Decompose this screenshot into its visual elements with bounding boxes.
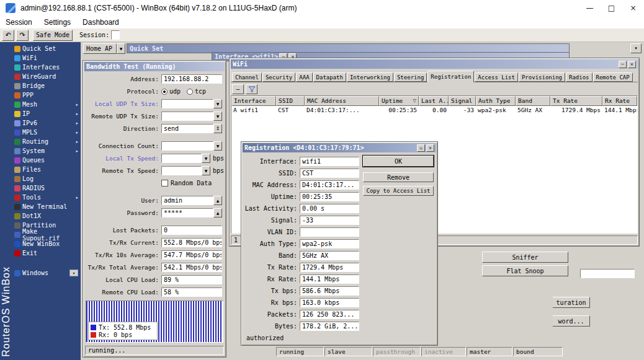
sidebar-item-new-terminal[interactable]: New Terminal — [12, 202, 81, 211]
sidebar-item-exit[interactable]: Exit — [12, 248, 81, 258]
direction-select[interactable]: send — [161, 124, 213, 133]
filter-button[interactable] — [246, 84, 257, 94]
sidebar-item-wireguard[interactable]: WireGuard — [12, 72, 81, 81]
sidebar-item-ipv6[interactable]: IPv6 ▸ — [12, 118, 81, 128]
menu-dashboard[interactable]: Dashboard — [77, 18, 125, 27]
sidebar-item-routing[interactable]: Routing ▸ — [12, 137, 81, 146]
remote-udp-tx-size-input[interactable] — [161, 112, 213, 121]
tab-security[interactable]: Security — [262, 72, 295, 82]
col-signal[interactable]: Signal — [449, 96, 476, 106]
ok-button[interactable]: OK — [363, 156, 434, 167]
undo-icon[interactable]: ↶ — [2, 30, 14, 41]
home-ap-dropdown-icon[interactable]: ▼ — [117, 43, 125, 54]
wifi-window-titlebar[interactable]: WiFi − × — [231, 59, 638, 69]
interface-value[interactable]: wifi1 — [300, 157, 359, 166]
col-interface[interactable]: Interface — [231, 96, 276, 106]
tab-provisioning[interactable]: Provisioning — [519, 72, 565, 82]
bandwidth-test-titlebar[interactable]: Bandwidth Test (Running) — [84, 62, 225, 71]
sidebar-item-ppp[interactable]: PPP — [12, 90, 81, 100]
col-tx-rate[interactable]: Tx Rate — [550, 96, 602, 106]
close-button[interactable]: × — [622, 0, 644, 16]
local-tx-speed-input[interactable] — [161, 154, 202, 163]
password-input[interactable]: ***** — [161, 208, 213, 217]
user-up-icon[interactable]: ▲ — [213, 196, 222, 205]
minimize-button[interactable]: — — [579, 0, 601, 16]
remote-tx-speed-dropdown-icon[interactable]: ▼ — [202, 166, 210, 175]
tab-aaa[interactable]: AAA — [296, 72, 312, 82]
sidebar-item-system[interactable]: System ▸ — [12, 146, 81, 156]
clipped-button-fragment-top[interactable]: turation — [553, 297, 590, 308]
sidebar-item-ip[interactable]: IP ▸ — [12, 109, 81, 118]
wifi-close-icon[interactable]: × — [628, 61, 636, 68]
tx-bps-value[interactable]: 586.6 Mbps — [300, 286, 359, 296]
sidebar-item-dot1x[interactable]: Dot1X — [12, 211, 81, 221]
registration-close-icon[interactable]: × — [426, 144, 434, 152]
local-tx-speed-dropdown-icon[interactable]: ▼ — [202, 154, 210, 163]
registration-titlebar[interactable]: Registration <D4:01:C3:17:79:71> ▫ × — [243, 143, 436, 152]
maximize-button[interactable]: □ — [601, 0, 622, 16]
sidebar-item-quick-set[interactable]: Quick Set — [12, 44, 81, 53]
remote-tx-speed-input[interactable] — [161, 166, 202, 175]
session-input[interactable] — [111, 30, 120, 40]
tab-channel[interactable]: Channel — [232, 72, 262, 82]
local-udp-tx-size-dropdown-icon[interactable]: ▼ — [213, 99, 222, 108]
udp-radio[interactable] — [161, 89, 168, 95]
sidebar-item-radius[interactable]: RADIUS — [12, 183, 81, 193]
last-activity-value[interactable]: 0.00 s — [300, 204, 359, 213]
col-auth-type[interactable]: Auth Type — [476, 96, 516, 106]
sidebar-item-windows[interactable]: Windows ▾ — [12, 268, 81, 278]
home-ap-combo[interactable]: Home AP — [83, 43, 117, 54]
password-up-icon[interactable]: ▲ — [213, 208, 222, 217]
direction-updown-icon[interactable]: ↕ — [213, 124, 222, 133]
uptime-value[interactable]: 00:25:35 — [300, 192, 359, 201]
sidebar-item-tools[interactable]: Tools ▸ — [12, 193, 81, 202]
redo-icon[interactable]: ↷ — [16, 30, 29, 41]
mac-address-value[interactable]: D4:01:C3:17... — [300, 180, 359, 190]
table-row[interactable]: A wifi1 CST D4:01:C3:17:... 00:25:35 0.0… — [231, 106, 637, 115]
rx-rate-value[interactable]: 144.1 Mbps — [300, 274, 359, 284]
col-uptime[interactable]: Uptime▽ — [379, 96, 419, 106]
user-input[interactable]: admin — [161, 196, 213, 205]
tab-radios[interactable]: Radios — [566, 72, 593, 82]
windows-dropdown-icon[interactable]: ▾ — [69, 270, 78, 276]
random-data-checkbox[interactable] — [161, 180, 168, 187]
registration-restore-icon[interactable]: ▫ — [417, 144, 425, 152]
menu-settings[interactable]: Settings — [38, 18, 77, 27]
col-last-activity[interactable]: Last A... — [419, 96, 449, 106]
clipped-button-fragment-bottom[interactable]: word... — [553, 315, 590, 327]
rx-bps-value[interactable]: 163.0 kbps — [300, 298, 359, 307]
remove-button[interactable]: Remove — [363, 172, 434, 182]
background-field-fragment[interactable] — [580, 269, 635, 278]
wifi-minimize-icon[interactable]: − — [619, 61, 627, 68]
connection-count-dropdown-icon[interactable]: ▼ — [213, 141, 222, 151]
remove-entry-button[interactable]: − — [232, 84, 244, 94]
col-band[interactable]: Band — [516, 96, 550, 106]
auth-type-value[interactable]: wpa2-psk — [300, 239, 359, 248]
safe-mode-button[interactable]: Safe Mode — [33, 30, 73, 41]
sidebar-item-bridge[interactable]: Bridge — [12, 81, 81, 90]
tab-access-list[interactable]: Access List — [475, 72, 518, 82]
sidebar-item-interfaces[interactable]: Interfaces — [12, 63, 81, 72]
col-mac-address[interactable]: MAC Address — [305, 96, 379, 106]
flat-snoop-button[interactable]: Flat Snoop — [482, 265, 568, 276]
sidebar-item-queues[interactable]: Queues — [12, 156, 81, 165]
local-udp-tx-size-input[interactable] — [161, 99, 213, 108]
copy-to-access-list-button[interactable]: Copy to Access List — [363, 186, 434, 196]
remote-udp-tx-size-dropdown-icon[interactable]: ▼ — [213, 112, 222, 121]
sidebar-item-wifi[interactable]: WiFi — [12, 53, 81, 63]
address-input[interactable]: 192.168.88.2 — [161, 74, 222, 84]
vlan-id-value[interactable] — [300, 227, 359, 237]
ssid-value[interactable]: CST — [300, 169, 359, 178]
sniffer-button[interactable]: Sniffer — [482, 252, 568, 263]
window-list-button[interactable]: ▾ — [630, 43, 642, 53]
col-ssid[interactable]: SSID — [276, 96, 305, 106]
tab-steering[interactable]: Steering — [394, 72, 427, 82]
sidebar-item-make-supout[interactable]: Make Supout.rif — [12, 230, 81, 239]
tab-datapath[interactable]: Datapath — [313, 72, 346, 82]
signal-value[interactable]: -33 — [300, 216, 359, 225]
tx-rate-value[interactable]: 1729.4 Mbps — [300, 263, 359, 272]
bytes-value[interactable]: 178.2 GiB, 2... — [300, 322, 359, 331]
tcp-radio[interactable] — [187, 89, 193, 95]
sidebar-item-mesh[interactable]: Mesh ▸ — [12, 100, 81, 109]
sidebar-item-files[interactable]: Files — [12, 165, 81, 174]
